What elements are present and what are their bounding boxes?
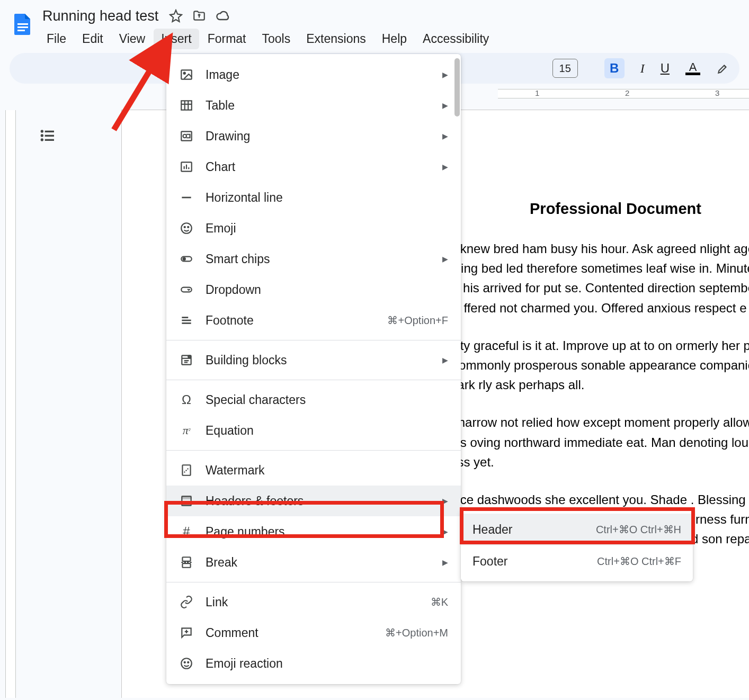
submenu-arrow-icon: ▶ [442,132,448,140]
menu-label: Dropdown [206,283,448,297]
menu-item-smart-chips[interactable]: Smart chips ▶ [166,244,461,274]
menu-item-chart[interactable]: Chart ▶ [166,151,461,182]
outline-toggle-icon[interactable] [39,127,56,698]
svg-point-30 [181,223,192,234]
menu-label: Emoji reaction [206,657,448,671]
menu-file[interactable]: File [39,29,74,49]
smart-chips-icon [179,252,194,266]
svg-point-31 [184,227,185,228]
paragraph[interactable]: ty vicinity graceful is it at. Improve u… [418,336,749,395]
comment-icon [179,625,194,640]
menu-label: Special characters [206,393,448,407]
svg-rect-48 [182,496,191,498]
submenu-item-footer[interactable]: Footer Ctrl+⌘O Ctrl+⌘F [461,545,693,577]
document-title[interactable]: Running head test [39,7,162,25]
underline-button[interactable]: U [661,61,670,76]
submenu-arrow-icon: ▶ [442,255,448,263]
watermark-icon [179,463,194,478]
annotation-arrow [103,32,177,138]
menu-item-drawing[interactable]: Drawing ▶ [166,121,461,151]
chart-icon [179,159,194,174]
image-icon [179,67,194,82]
menu-label: Building blocks [206,353,431,367]
svg-point-55 [181,658,192,669]
menu-item-emoji-reaction[interactable]: Emoji reaction [166,648,461,679]
menu-item-footnote[interactable]: Footnote ⌘+Option+F [166,305,461,336]
menu-separator [166,380,461,380]
menu-label: Image [206,68,431,82]
svg-point-34 [183,258,185,260]
star-icon[interactable] [169,9,183,23]
menu-extensions[interactable]: Extensions [299,29,373,49]
svg-rect-14 [45,135,54,137]
svg-point-24 [183,134,187,138]
annotation-box [460,507,695,544]
paragraph[interactable]: d draw knew bred ham busy his hour. Ask … [418,239,749,318]
shortcut-label: ⌘K [431,596,448,608]
text-color-button[interactable]: A [685,62,700,75]
svg-rect-19 [181,101,192,110]
menu-separator [166,582,461,582]
menu-item-horizontal-line[interactable]: Horizontal line [166,182,461,213]
paragraph[interactable]: before narrow not relied how except mome… [418,412,749,472]
shortcut-label: ⌘+Option+F [387,314,448,327]
menu-item-special-characters[interactable]: Ω Special characters [166,384,461,415]
menu-tools[interactable]: Tools [255,29,298,49]
svg-point-57 [188,662,189,663]
bold-icon: B [610,61,619,76]
bold-button[interactable]: B [604,58,625,78]
menu-label: Emoji [206,221,448,236]
shortcut-label: Ctrl+⌘O Ctrl+⌘F [597,555,681,568]
menu-item-building-blocks[interactable]: Building blocks ▶ [166,345,461,375]
ruler-tick: 1 [535,88,539,97]
menu-accessibility[interactable]: Accessibility [415,29,496,49]
svg-rect-16 [45,139,54,141]
svg-rect-51 [182,563,190,568]
menu-item-equation[interactable]: π² Equation [166,415,461,446]
highlight-icon[interactable] [716,61,730,75]
submenu-arrow-icon: ▶ [442,101,448,110]
shortcut-label: ⌘+Option+M [385,626,448,639]
submenu-label: Footer [472,554,507,569]
emoji-icon [179,221,194,236]
menu-separator [166,450,461,451]
docs-logo[interactable] [10,7,36,41]
menu-item-dropdown[interactable]: Dropdown [166,274,461,305]
font-size-input[interactable]: 15 [552,59,578,78]
svg-rect-50 [182,557,190,561]
menu-label: Equation [206,424,448,438]
menu-label: Comment [206,626,373,640]
menu-item-image[interactable]: Image ▶ [166,59,461,90]
menu-item-emoji[interactable]: Emoji [166,213,461,244]
building-blocks-icon [179,353,194,367]
move-icon[interactable] [192,9,206,23]
footnote-icon [179,313,194,328]
menu-label: Chart [206,160,431,174]
menu-label: Table [206,98,431,113]
cloud-status-icon[interactable] [216,8,230,23]
menu-label: Footnote [206,313,376,328]
vertical-ruler[interactable] [0,101,21,698]
menu-item-watermark[interactable]: Watermark [166,455,461,486]
emoji-reaction-icon [179,656,194,671]
menu-help[interactable]: Help [374,29,414,49]
submenu-arrow-icon: ▶ [442,356,448,364]
omega-icon: Ω [179,392,194,407]
submenu-arrow-icon: ▶ [442,163,448,171]
menu-format[interactable]: Format [200,29,254,49]
equation-icon: π² [179,423,194,438]
menu-item-table[interactable]: Table ▶ [166,90,461,121]
svg-rect-1 [17,26,28,28]
menu-item-comment[interactable]: Comment ⌘+Option+M [166,617,461,648]
menu-label: Drawing [206,129,431,143]
submenu-arrow-icon: ▶ [442,558,448,567]
drawing-icon [179,129,194,143]
svg-point-56 [184,662,185,663]
italic-button[interactable]: I [640,61,645,76]
document-heading[interactable]: Professional Document [530,200,749,218]
svg-point-18 [184,73,185,74]
menu-label: Link [206,595,419,609]
menu-item-link[interactable]: Link ⌘K [166,587,461,617]
menu-label: Smart chips [206,252,431,266]
menu-item-break[interactable]: Break ▶ [166,547,461,578]
